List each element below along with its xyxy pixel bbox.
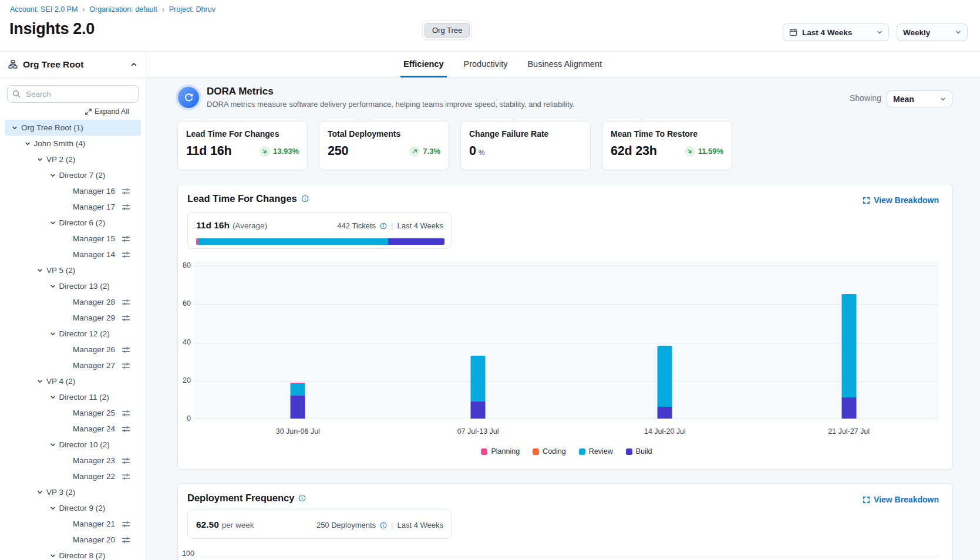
metric-card-mean-time-to-restore: Mean Time To Restore 62d 23h11.59%	[602, 121, 732, 170]
bar-14-jul-20-jul[interactable]	[658, 346, 672, 419]
sliders-icon[interactable]	[122, 346, 130, 353]
tree-item-org-tree-root-1[interactable]: Org Tree Root (1)	[5, 120, 141, 136]
sliders-icon[interactable]	[122, 251, 130, 258]
date-range-select[interactable]: Last 4 Weeks	[783, 23, 889, 41]
chevron-up-icon[interactable]	[130, 61, 137, 68]
breadcrumb-link[interactable]: Project: Dhruv	[169, 5, 215, 14]
legend-item-review[interactable]: Review	[579, 447, 613, 456]
chevron-down-icon[interactable]	[12, 125, 18, 131]
chevron-down-icon[interactable]	[37, 379, 43, 384]
metric-value: 0	[469, 144, 476, 158]
sliders-icon[interactable]	[122, 457, 130, 464]
tree-item-label: VP 5 (2)	[46, 266, 75, 275]
chevron-down-icon[interactable]	[50, 220, 56, 226]
tree-item-manager-25[interactable]: Manager 25	[5, 405, 141, 421]
tree-item-label: Director 8 (2)	[59, 551, 106, 560]
tree-item-manager-14[interactable]: Manager 14	[5, 247, 141, 262]
chevron-down-icon[interactable]	[50, 173, 56, 178]
metric-label: Total Deployments	[328, 129, 440, 139]
sliders-icon[interactable]	[122, 537, 130, 544]
tree-item-director-8-2[interactable]: Director 8 (2)	[5, 548, 141, 560]
bar-30-jun-06-jul[interactable]	[291, 383, 305, 419]
tree-item-manager-26[interactable]: Manager 26	[5, 342, 141, 357]
tree-item-manager-24[interactable]: Manager 24	[5, 421, 141, 437]
tab-efficiency[interactable]: Efficiency	[400, 52, 447, 77]
sliders-icon[interactable]	[122, 362, 130, 369]
info-icon[interactable]	[380, 522, 387, 529]
chevron-down-icon[interactable]	[25, 141, 31, 147]
tree-item-label: Director 7 (2)	[59, 171, 106, 180]
trend-up-icon	[409, 146, 420, 157]
bar-07-jul-13-jul[interactable]	[471, 356, 486, 419]
tree-item-manager-15[interactable]: Manager 15	[5, 231, 141, 247]
chevron-down-icon[interactable]	[50, 331, 56, 337]
legend-swatch	[481, 448, 487, 455]
tree-item-manager-16[interactable]: Manager 16	[5, 183, 141, 199]
info-icon[interactable]	[380, 222, 387, 230]
tree-item-director-13-2[interactable]: Director 13 (2)	[5, 278, 141, 294]
tree-item-director-9-2[interactable]: Director 9 (2)	[5, 500, 141, 516]
tree-item-john-smith-4[interactable]: John Smith (4)	[5, 136, 141, 151]
sliders-icon[interactable]	[122, 315, 130, 322]
tree-item-manager-29[interactable]: Manager 29	[5, 310, 141, 326]
chevron-down-icon[interactable]	[37, 268, 43, 274]
chevron-down-icon[interactable]	[37, 157, 43, 163]
sliders-icon[interactable]	[122, 235, 130, 242]
legend-item-coding[interactable]: Coding	[533, 447, 566, 456]
tree-item-manager-17[interactable]: Manager 17	[5, 199, 141, 215]
breadcrumb-link[interactable]: Organization: default	[89, 5, 157, 14]
breadcrumb-link[interactable]: Account: SEI 2.0 PM	[10, 5, 78, 14]
breadcrumb-separator-icon: ›	[162, 5, 164, 14]
tree-item-vp-3-2[interactable]: VP 3 (2)	[5, 484, 141, 500]
chevron-down-icon[interactable]	[37, 490, 43, 495]
expand-all-button[interactable]: Expand All	[8, 107, 129, 116]
chevron-down-icon[interactable]	[50, 284, 56, 289]
sidebar-title: Org Tree Root	[23, 59, 125, 70]
tree-item-director-10-2[interactable]: Director 10 (2)	[5, 437, 141, 453]
sliders-icon[interactable]	[122, 299, 130, 306]
gridline	[194, 266, 939, 266]
sliders-icon[interactable]	[122, 473, 130, 480]
tree-item-director-6-2[interactable]: Director 6 (2)	[5, 215, 141, 231]
tree-item-vp-4-2[interactable]: VP 4 (2)	[5, 373, 141, 389]
info-icon[interactable]	[298, 494, 306, 502]
deployment-view-breakdown[interactable]: View Breakdown	[863, 495, 939, 504]
tab-productivity[interactable]: Productivity	[461, 52, 511, 77]
tree-item-director-11-2[interactable]: Director 11 (2)	[5, 389, 141, 405]
lead-time-panel: Lead Time For Changes View Breakdown 11d…	[177, 184, 953, 470]
lead-time-view-breakdown[interactable]: View Breakdown	[863, 195, 939, 205]
tree-item-director-12-2[interactable]: Director 12 (2)	[5, 326, 141, 342]
info-icon[interactable]	[301, 195, 309, 203]
sliders-icon[interactable]	[122, 521, 130, 528]
tree-item-manager-20[interactable]: Manager 20	[5, 532, 141, 548]
tab-business-alignment[interactable]: Business Alignment	[524, 52, 605, 77]
sliders-icon[interactable]	[122, 410, 130, 417]
chevron-down-icon[interactable]	[50, 442, 56, 448]
sliders-icon[interactable]	[122, 426, 130, 433]
tree-item-vp-2-2[interactable]: VP 2 (2)	[5, 151, 141, 167]
sliders-icon[interactable]	[122, 204, 130, 211]
gridline	[194, 343, 939, 343]
legend-item-planning[interactable]: Planning	[481, 447, 520, 456]
org-tree-button[interactable]: Org Tree	[425, 23, 470, 38]
tree-item-manager-21[interactable]: Manager 21	[5, 516, 141, 532]
legend-item-build[interactable]: Build	[626, 447, 652, 456]
tree-item-vp-5-2[interactable]: VP 5 (2)	[5, 262, 141, 278]
bar-21-jul-27-jul[interactable]	[841, 294, 856, 419]
search-input[interactable]	[7, 85, 139, 103]
tree-item-manager-28[interactable]: Manager 28	[5, 294, 141, 310]
sliders-icon[interactable]	[122, 188, 130, 195]
plot-area	[194, 262, 939, 419]
showing-select[interactable]: Mean	[887, 90, 952, 107]
granularity-select[interactable]: Weekly	[897, 23, 968, 41]
metric-card-change-failure-rate: Change Failure Rate 0%	[460, 121, 591, 170]
chevron-down-icon[interactable]	[50, 505, 56, 511]
tree-item-manager-23[interactable]: Manager 23	[5, 453, 141, 468]
gridline	[194, 381, 939, 382]
chevron-down-icon[interactable]	[50, 553, 56, 559]
tree-item-director-7-2[interactable]: Director 7 (2)	[5, 167, 141, 183]
chevron-down-icon[interactable]	[50, 394, 56, 400]
tree-item-manager-27[interactable]: Manager 27	[5, 357, 141, 373]
legend-swatch	[579, 448, 585, 455]
tree-item-manager-22[interactable]: Manager 22	[5, 468, 141, 484]
